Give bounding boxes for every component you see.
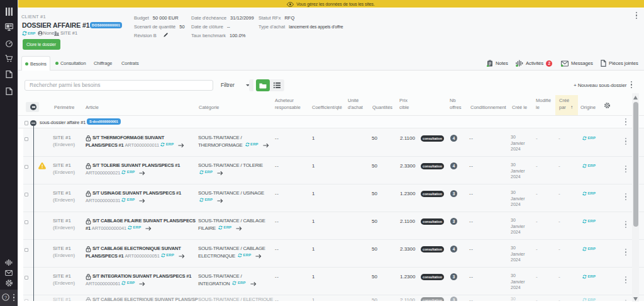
svg-text:?: ? — [4, 295, 7, 300]
